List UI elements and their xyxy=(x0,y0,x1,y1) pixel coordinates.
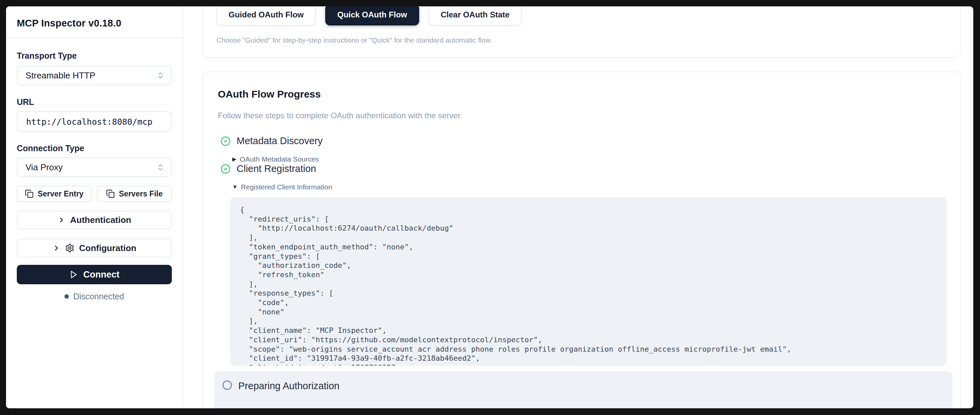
oauth-flow-hint: Choose "Guided" for step-by-step instruc… xyxy=(216,36,947,44)
copy-icon xyxy=(106,189,115,198)
authentication-button[interactable]: Authentication xyxy=(17,211,172,229)
copy-icon xyxy=(25,189,33,198)
url-label: URL xyxy=(17,97,172,106)
transport-type-select[interactable]: Streamable HTTP xyxy=(17,66,172,85)
url-input[interactable] xyxy=(17,111,172,132)
main-content: Guided OAuth Flow Quick OAuth Flow Clear… xyxy=(183,6,973,408)
check-circle-icon xyxy=(221,136,231,146)
chevrons-up-down-icon xyxy=(156,163,164,171)
expanded-marker-icon: ▼ xyxy=(232,184,238,190)
configuration-button[interactable]: Configuration xyxy=(17,239,172,257)
oauth-toolbar: Guided OAuth Flow Quick OAuth Flow Clear… xyxy=(216,6,947,25)
details-label: Registered Client Information xyxy=(241,183,332,191)
clear-oauth-state-button[interactable]: Clear OAuth State xyxy=(429,6,522,25)
connect-label: Connect xyxy=(83,269,119,280)
details-label: OAuth Metadata Sources xyxy=(240,155,319,163)
server-entry-label: Server Entry xyxy=(38,189,84,198)
circle-icon xyxy=(222,380,232,390)
app-title: MCP Inspector v0.18.0 xyxy=(17,18,172,29)
sidebar: MCP Inspector v0.18.0 Transport Type Str… xyxy=(6,6,183,408)
chevrons-up-down-icon xyxy=(156,71,164,79)
gear-icon xyxy=(65,243,75,253)
step-title: Metadata Discovery xyxy=(237,135,323,146)
registered-client-json: { "redirect_uris": [ "http://localhost:6… xyxy=(240,205,937,366)
configuration-label: Configuration xyxy=(79,243,136,253)
servers-file-label: Servers File xyxy=(119,189,162,198)
servers-file-button[interactable]: Servers File xyxy=(97,186,172,202)
step-client-registration: Client Registration xyxy=(218,163,947,174)
sidebar-header: MCP Inspector v0.18.0 xyxy=(6,6,183,38)
status-text: Disconnected xyxy=(73,291,124,301)
quick-oauth-flow-button[interactable]: Quick OAuth Flow xyxy=(325,6,419,25)
oauth-toolbar-card: Guided OAuth Flow Quick OAuth Flow Clear… xyxy=(202,6,961,58)
transport-type-value: Streamable HTTP xyxy=(25,70,95,81)
chevron-right-icon xyxy=(52,244,60,252)
check-circle-icon xyxy=(221,164,231,174)
play-icon xyxy=(69,270,78,279)
progress-title: OAuth Flow Progress xyxy=(218,88,947,100)
step-title: Preparing Authorization xyxy=(238,380,339,391)
connection-type-label: Connection Type xyxy=(17,144,172,153)
step-metadata-discovery: Metadata Discovery xyxy=(218,135,947,146)
collapsed-marker-icon: ▶ xyxy=(232,157,236,162)
connection-type-value: Via Proxy xyxy=(25,162,63,173)
registered-client-json-block[interactable]: { "redirect_uris": [ "http://localhost:6… xyxy=(230,197,947,366)
registered-client-info-toggle[interactable]: ▼ Registered Client Information xyxy=(232,183,947,191)
progress-steps: Metadata Discovery ▶ OAuth Metadata Sour… xyxy=(218,135,947,408)
progress-subtitle: Follow these steps to complete OAuth aut… xyxy=(218,111,947,121)
connection-type-select[interactable]: Via Proxy xyxy=(17,158,172,177)
connection-status: Disconnected xyxy=(17,291,172,301)
oauth-progress-card: OAuth Flow Progress Follow these steps t… xyxy=(202,71,961,408)
connect-button[interactable]: Connect xyxy=(17,265,172,284)
sidebar-body: Transport Type Streamable HTTP URL Conne… xyxy=(6,38,183,301)
status-dot-icon xyxy=(64,294,69,299)
server-buttons-row: Server Entry Servers File xyxy=(17,186,172,202)
mcp-inspector-window: MCP Inspector v0.18.0 Transport Type Str… xyxy=(6,6,973,408)
step-title: Client Registration xyxy=(237,163,316,174)
chevron-right-icon xyxy=(57,216,65,224)
authentication-label: Authentication xyxy=(70,215,131,225)
guided-oauth-flow-button[interactable]: Guided OAuth Flow xyxy=(216,6,316,25)
step-preparing-authorization: Preparing Authorization xyxy=(214,371,953,408)
oauth-metadata-sources-toggle[interactable]: ▶ OAuth Metadata Sources xyxy=(232,155,947,163)
transport-type-label: Transport Type xyxy=(17,51,172,60)
server-entry-button[interactable]: Server Entry xyxy=(17,186,92,202)
